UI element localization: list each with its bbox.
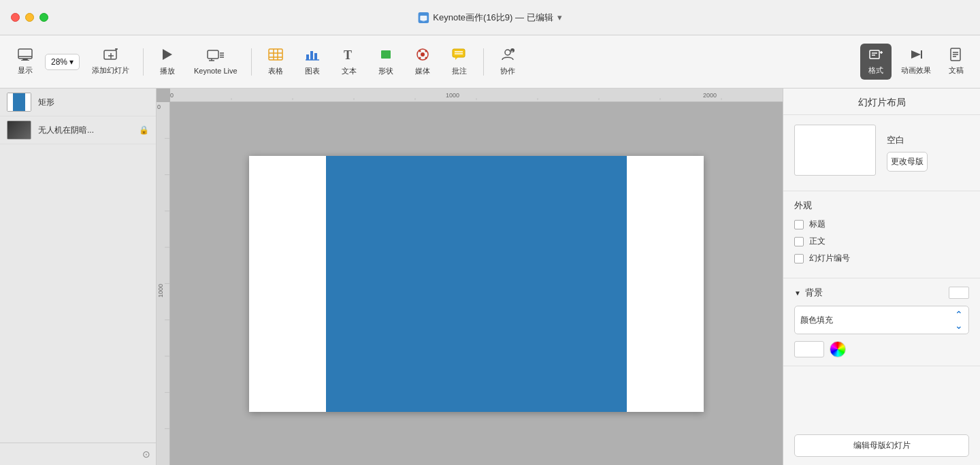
main-layout: 矩形 无人机在阴暗... 🔒 ⊙ 0 1000 2000 bbox=[0, 89, 980, 465]
background-section: ▼ 背景 颜色填充 ⌃⌄ bbox=[783, 278, 980, 366]
svg-rect-8 bbox=[104, 50, 116, 59]
keynote-live-label: Keynote Live bbox=[194, 67, 238, 75]
chart-button[interactable]: 图表 bbox=[295, 44, 329, 80]
sidebar-settings-icon[interactable]: ⊙ bbox=[142, 449, 150, 460]
svg-rect-25 bbox=[306, 54, 309, 60]
fill-label: 颜色填充 bbox=[800, 315, 833, 326]
slide-item-1-label: 矩形 bbox=[38, 97, 149, 108]
close-button[interactable] bbox=[11, 13, 20, 22]
svg-rect-4 bbox=[18, 49, 32, 59]
appearance-title: 外观 bbox=[794, 199, 969, 212]
separator-3 bbox=[483, 48, 484, 76]
right-panel: 幻灯片布局 空白 更改母版 外观 标题 正文 bbox=[783, 89, 980, 465]
title-checkbox-label: 标题 bbox=[809, 219, 826, 230]
format-tab-button[interactable]: 格式 bbox=[860, 44, 892, 80]
zoom-button[interactable]: 28% ▾ bbox=[45, 54, 80, 70]
format-icon bbox=[868, 48, 883, 63]
slide-left-section bbox=[249, 156, 326, 412]
keynote-live-icon bbox=[206, 48, 225, 64]
title-checkbox[interactable] bbox=[794, 220, 804, 229]
theme-name: 空白 bbox=[887, 134, 928, 146]
sidebar-bottom: ⊙ bbox=[0, 443, 156, 465]
collab-button[interactable]: + 协作 bbox=[491, 44, 525, 80]
slide-thumb-2 bbox=[7, 121, 31, 140]
play-label: 播放 bbox=[160, 66, 175, 76]
lock-icon: 🔒 bbox=[139, 125, 149, 135]
add-slide-icon bbox=[103, 48, 118, 63]
body-checkbox-row: 正文 bbox=[794, 236, 969, 247]
format-tab-label: 格式 bbox=[868, 65, 883, 76]
fill-dropdown[interactable]: 颜色填充 ⌃⌄ bbox=[794, 306, 969, 334]
separator-1 bbox=[143, 48, 144, 76]
table-button[interactable]: 表格 bbox=[259, 44, 293, 80]
toolbar: 显示 28% ▾ 添加幻灯片 播放 bbox=[0, 35, 980, 89]
shape-label: 形状 bbox=[378, 66, 393, 76]
svg-rect-44 bbox=[870, 50, 879, 59]
background-title: 背景 bbox=[805, 287, 823, 299]
play-button[interactable]: 播放 bbox=[150, 44, 184, 80]
background-header-row: ▼ 背景 bbox=[794, 287, 969, 299]
svg-marker-38 bbox=[455, 57, 458, 60]
title-checkbox-row: 标题 bbox=[794, 219, 969, 230]
svg-rect-2 bbox=[421, 20, 425, 21]
svg-rect-27 bbox=[314, 53, 317, 60]
panel-spacer bbox=[783, 366, 980, 426]
display-button[interactable]: 显示 bbox=[8, 44, 42, 80]
body-checkbox[interactable] bbox=[794, 237, 804, 246]
comment-button[interactable]: 批注 bbox=[442, 44, 476, 80]
slide-item-1[interactable]: 矩形 bbox=[0, 89, 156, 116]
triangle-collapse-icon[interactable]: ▼ bbox=[794, 289, 801, 297]
svg-rect-14 bbox=[208, 50, 218, 59]
slide-item-2-label: 无人机在阴暗... bbox=[38, 125, 132, 136]
collab-icon: + bbox=[500, 48, 515, 63]
ruler-left-ticks-svg bbox=[157, 102, 169, 465]
svg-marker-49 bbox=[911, 50, 921, 59]
edit-master-button[interactable]: 编辑母版幻灯片 bbox=[794, 434, 969, 457]
comment-label: 批注 bbox=[452, 66, 467, 76]
chart-icon bbox=[305, 48, 320, 63]
text-label: 文本 bbox=[342, 66, 357, 76]
panel-title: 幻灯片布局 bbox=[858, 97, 906, 108]
media-button[interactable]: 媒体 bbox=[406, 44, 440, 80]
minimize-button[interactable] bbox=[25, 13, 34, 22]
color-swatch[interactable] bbox=[794, 341, 824, 357]
svg-rect-1 bbox=[420, 16, 427, 20]
document-tab-button[interactable]: 文稿 bbox=[941, 44, 972, 80]
slide-content[interactable] bbox=[249, 156, 704, 412]
shape-button[interactable]: 形状 bbox=[369, 44, 403, 80]
svg-rect-5 bbox=[22, 59, 28, 60]
sidebar: 矩形 无人机在阴暗... 🔒 ⊙ bbox=[0, 89, 157, 465]
color-row bbox=[794, 341, 969, 357]
collab-label: 协作 bbox=[500, 66, 515, 76]
add-slide-button[interactable]: 添加幻灯片 bbox=[85, 44, 136, 80]
svg-point-36 bbox=[419, 57, 421, 59]
animation-icon bbox=[909, 48, 924, 63]
svg-point-35 bbox=[425, 57, 427, 59]
chart-label: 图表 bbox=[305, 66, 320, 76]
number-checkbox-row: 幻灯片编号 bbox=[794, 253, 969, 264]
window-title-area: Keynote画作(16比9) — 已编辑 ▾ bbox=[418, 12, 561, 24]
text-button[interactable]: T 文本 bbox=[332, 44, 366, 80]
canvas-area: 0 1000 2000 bbox=[157, 89, 783, 465]
slide-right-section bbox=[627, 156, 704, 412]
display-label: 显示 bbox=[18, 65, 33, 76]
slide-blue-rectangle[interactable] bbox=[326, 156, 627, 412]
bg-color-preview[interactable] bbox=[949, 287, 969, 299]
format-tabs: 格式 动画效果 文稿 bbox=[860, 44, 972, 80]
slide-item-2[interactable]: 无人机在阴暗... 🔒 bbox=[0, 116, 156, 144]
panel-header: 幻灯片布局 bbox=[783, 89, 980, 115]
keynote-live-button[interactable]: Keynote Live bbox=[187, 44, 244, 79]
slide-canvas[interactable] bbox=[170, 102, 783, 465]
animation-tab-button[interactable]: 动画效果 bbox=[893, 44, 939, 80]
document-icon bbox=[949, 48, 964, 63]
theme-preview bbox=[794, 125, 876, 176]
fullscreen-button[interactable] bbox=[39, 13, 48, 22]
change-theme-button[interactable]: 更改母版 bbox=[887, 152, 928, 172]
add-slide-label: 添加幻灯片 bbox=[92, 65, 129, 76]
title-chevron[interactable]: ▾ bbox=[557, 12, 562, 22]
number-checkbox[interactable] bbox=[794, 254, 804, 263]
color-wheel-button[interactable] bbox=[830, 341, 846, 357]
animation-tab-label: 动画效果 bbox=[901, 65, 931, 76]
ruler-top: 0 1000 2000 bbox=[170, 89, 783, 102]
display-icon bbox=[18, 48, 33, 63]
